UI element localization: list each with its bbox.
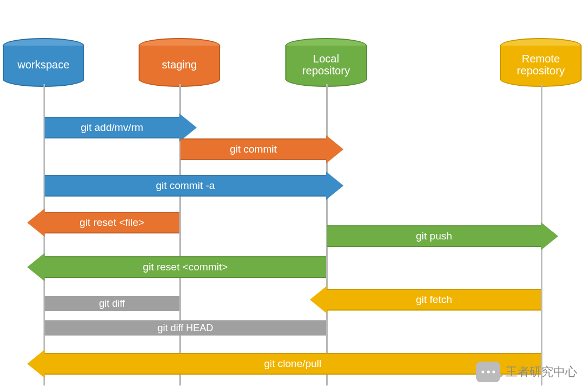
arrow-git-commit: git commit [180,138,344,160]
arrow-git-fetch: git fetch [310,289,541,311]
watermark-text: 王者研究中心 [505,364,577,380]
label-git-commit-a: git commit -a [156,180,215,192]
cylinder-workspace: workspace [3,38,84,87]
bar-git-diff: git diff [45,296,179,311]
wechat-icon [476,362,500,382]
label-git-diff: git diff [99,298,125,309]
cylinder-staging: staging [139,38,220,87]
label-local: Local repository [291,53,361,77]
label-git-push: git push [416,230,452,242]
label-git-fetch: git fetch [416,294,452,306]
arrow-git-push: git push [327,225,558,247]
label-git-diff-head: git diff HEAD [158,323,214,334]
label-workspace: workspace [17,59,70,71]
arrow-git-clone-pull: git clone/pull [27,353,541,375]
label-git-reset-commit: git reset <commit> [143,261,228,273]
label-git-clone-pull: git clone/pull [264,358,322,370]
arrow-git-commit-a: git commit -a [45,175,344,197]
arrow-git-add: git add/mv/rm [45,117,197,138]
arrow-git-reset-file: git reset <file> [27,212,179,233]
label-git-add: git add/mv/rm [80,122,143,134]
label-remote: Remote repository [505,53,576,77]
cylinder-remote-repo: Remote repository [500,38,582,87]
git-flow-diagram: workspace staging Local repository Remot… [0,0,587,392]
watermark: 王者研究中心 [476,362,577,382]
bar-git-diff-head: git diff HEAD [45,320,326,336]
cylinder-local-repo: Local repository [285,38,367,87]
label-git-reset-file: git reset <file> [79,217,144,229]
arrow-git-reset-commit: git reset <commit> [27,256,326,278]
label-git-commit: git commit [230,143,277,155]
label-staging: staging [162,59,197,71]
